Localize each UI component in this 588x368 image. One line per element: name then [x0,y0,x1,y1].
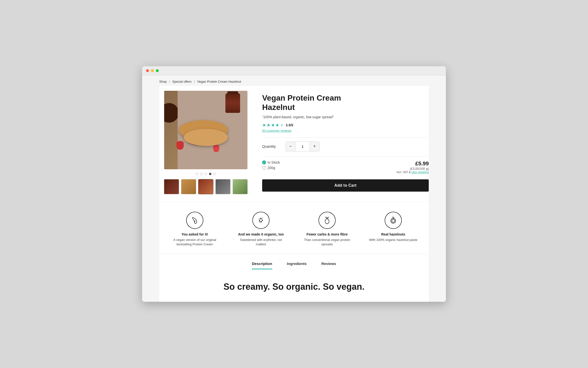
info-icon: i [262,166,266,170]
quantity-increase-button[interactable]: + [310,142,319,151]
in-stock-indicator: ✓ In Stock [262,160,280,164]
thumbnail-1[interactable] [164,179,179,194]
grain-icon [323,216,331,225]
feature-item-3: Fewer carbs & more fibre Than convention… [303,212,352,247]
feature-title-3: Fewer carbs & more fibre [306,232,348,236]
feature-item-4: Real hazelnuts With 100% organic hazelnu… [369,212,418,247]
thumbnail-3[interactable] [198,179,213,194]
tab-description[interactable]: Description [252,262,272,269]
plus-shipping-link[interactable]: plus shipping [412,171,429,174]
star-5: ★ [280,122,284,128]
svg-point-4 [260,221,260,222]
in-stock-label: In Stock [268,160,280,164]
main-product-image [164,91,247,169]
pancake-scene [164,91,247,169]
feature-title-1: You asked for it! [182,232,208,236]
weight-info: i 200g [262,166,280,170]
product-info: Vegan Protein Cream Hazelnut "100% plant… [262,91,429,192]
strawberry-1 [176,141,184,150]
thumbnail-5[interactable] [233,179,248,194]
svg-point-6 [391,218,396,223]
minimize-button[interactable] [151,69,154,72]
tabs-nav: Description Ingredients Reviews [164,259,424,269]
feature-icon-2 [252,212,270,229]
quantity-label: Quantity [262,144,276,148]
price-main: £5.99 [397,160,429,167]
carousel-dot-1[interactable] [196,173,198,175]
maximize-button[interactable] [156,69,159,72]
star-3: ★ [271,122,275,128]
thumbnail-2[interactable] [181,179,196,194]
rating-value: 3.9/5 [286,123,293,127]
tabs-section: Description Ingredients Reviews [159,254,429,269]
svg-point-5 [325,219,329,224]
reviews-link[interactable]: 93 customer reviews [262,129,429,132]
breadcrumb-sep2: / [194,80,195,83]
browser-window: Shop / Special offers / Vegan Protein Cr… [142,66,446,302]
quantity-row: Quantity − 1 + [262,142,429,151]
strawberry-2 [213,145,219,152]
divider-2 [262,156,429,157]
breadcrumb-shop-link[interactable]: Shop [159,80,167,83]
feature-item-1: You asked for it! A vegan version of our… [170,212,219,247]
breadcrumb-sep1: / [169,80,170,83]
chocolate-drip [185,131,224,146]
feature-icon-3 [318,212,336,229]
feature-desc-1: A vegan version of our original bestsell… [170,238,219,247]
feature-desc-3: Than conventional vegan protein spreads [303,238,352,247]
rating-row: ★ ★ ★ ★ ★ 3.9/5 [262,122,429,128]
description-headline: So creamy. So organic. So vegan. [169,282,419,292]
price-info: £5.99 (£3.00/100 g) Incl. VAT & plus shi… [397,160,429,174]
feature-title-4: Real hazelnuts [381,232,405,236]
svg-point-7 [392,219,395,222]
left-peek [164,91,178,169]
stock-price-row: ✓ In Stock i 200g £5.99 (£3.00/100 g) In… [262,160,429,174]
product-tagline: "100% plant-based, organic, low-sugar sp… [262,115,429,119]
page-content: Shop / Special offers / Vegan Protein Cr… [142,75,446,302]
svg-point-1 [262,220,263,221]
breadcrumb-current: Vegan Protein Cream Hazelnut [197,80,241,83]
in-stock-icon: ✓ [262,160,266,164]
close-button[interactable] [146,69,149,72]
tab-ingredients[interactable]: Ingredients [287,262,307,269]
star-4: ★ [275,122,279,128]
feature-item-2: And we made it organic, too Sweetened wi… [236,212,285,247]
product-title: Vegan Protein Cream Hazelnut [262,93,429,112]
price-per-unit: (£3.00/100 g) [397,167,429,171]
leaf-icon [190,216,199,225]
weight-label: 200g [268,166,275,170]
quantity-control: − 1 + [286,142,319,151]
svg-point-2 [259,220,260,221]
tab-reviews[interactable]: Reviews [321,262,336,269]
feature-icon-4 [385,212,402,229]
features-section: You asked for it! A vegan version of our… [159,202,429,254]
product-section: Vegan Protein Cream Hazelnut "100% plant… [159,86,429,202]
stock-info: ✓ In Stock i 200g [262,160,280,170]
star-rating: ★ ★ ★ ★ ★ [262,122,284,128]
carousel-dot-5[interactable] [213,173,216,175]
breadcrumb-special-offers-link[interactable]: Special offers [172,80,192,83]
quantity-value: 1 [295,142,310,151]
browser-chrome [142,66,446,75]
description-section: So creamy. So organic. So vegan. [159,269,429,302]
feature-icon-1 [186,212,203,229]
feature-desc-4: With 100% organic hazelnut paste [369,238,417,242]
thumbnail-strip [164,179,248,194]
star-1: ★ [262,122,266,128]
carousel-dots [196,173,216,175]
add-to-cart-button[interactable]: Add to Cart [262,179,429,192]
carousel-dot-2[interactable] [200,173,203,175]
svg-point-3 [261,221,262,222]
carousel-dot-3[interactable] [205,173,207,175]
carousel-dot-4[interactable] [209,173,211,175]
star-2: ★ [267,122,270,128]
price-vat: Incl. VAT & plus shipping [397,171,429,174]
breadcrumb: Shop / Special offers / Vegan Protein Cr… [142,75,446,86]
divider-1 [262,137,429,138]
product-gallery [159,91,252,194]
product-jar [225,93,240,113]
feature-desc-2: Sweetened with erythritol, not maltitol [236,238,285,247]
quantity-decrease-button[interactable]: − [286,142,295,151]
feature-title-2: And we made it organic, too [238,232,284,236]
thumbnail-4[interactable] [215,179,231,194]
